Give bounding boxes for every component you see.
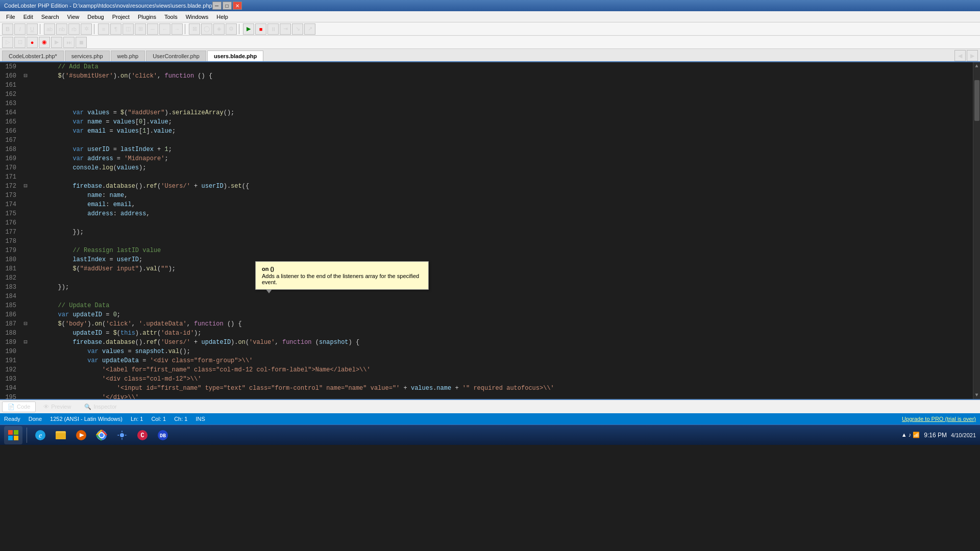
- media-button[interactable]: [72, 426, 90, 444]
- app-button[interactable]: C: [133, 426, 152, 444]
- inspector-icon: 🔍: [84, 404, 91, 410]
- table-row: 187 ⊟ $('body').on('click', '.updateData…: [4, 319, 969, 329]
- table-row: 181 $("#addUser input").val("");: [4, 264, 969, 273]
- table-row: 189 ⊟ firebase.database().ref('Users/' +…: [4, 338, 969, 347]
- upgrade-label[interactable]: Upgrade to PRO (trial is over): [902, 416, 976, 422]
- toolbar-btn-6[interactable]: ¶: [110, 23, 121, 35]
- toolbar-btn-5[interactable]: ≡: [98, 23, 109, 35]
- menu-project[interactable]: Project: [108, 13, 134, 21]
- table-row: 183 });: [4, 283, 969, 292]
- clock: 9:16 PM: [924, 432, 947, 439]
- start-button[interactable]: [4, 426, 22, 444]
- status-ln: Ln: 1: [131, 416, 143, 422]
- tab-usercontroller[interactable]: UserController.php: [146, 51, 206, 61]
- toolbar-btn-2[interactable]: nb: [56, 23, 67, 35]
- scrollbar-down[interactable]: ▼: [974, 391, 979, 399]
- explorer-button[interactable]: [52, 426, 70, 444]
- code-lines[interactable]: 159 // Add Data 160 ⊟ $('#submitUser').o…: [0, 62, 973, 399]
- toolbar-btn-11[interactable]: →: [172, 23, 183, 35]
- toolbar-btn-8[interactable]: ⊞: [135, 23, 146, 35]
- table-row: 166 var email = values[1].value;: [4, 127, 969, 136]
- run-button[interactable]: ▶: [243, 23, 254, 35]
- toolbar-btn-13[interactable]: ◯: [201, 23, 212, 35]
- table-row: 170 console.log(values);: [4, 163, 969, 172]
- table-row: 185 // Update Data: [4, 301, 969, 310]
- toolbar-btn-12[interactable]: ⊠: [189, 23, 200, 35]
- menu-debug[interactable]: Debug: [83, 13, 108, 21]
- chrome-button[interactable]: [92, 426, 111, 444]
- table-row: 182: [4, 273, 969, 283]
- italic-button[interactable]: I: [14, 23, 26, 35]
- settings-button[interactable]: [113, 426, 131, 444]
- menu-windows[interactable]: Windows: [182, 13, 213, 21]
- toolbar-btn-15[interactable]: ⚙: [226, 23, 237, 35]
- toolbar-btn-7[interactable]: ◫: [122, 23, 134, 35]
- toolbar-btn-3[interactable]: rb: [68, 23, 80, 35]
- menu-edit[interactable]: Edit: [19, 13, 37, 21]
- taskbar-separator: [27, 428, 27, 443]
- table-row: 191 var updateData = '<div class="form-g…: [4, 356, 969, 365]
- taskbar: e C: [0, 424, 980, 445]
- table-row: 160 ⊟ $('#submitUser').on('click', funct…: [4, 71, 969, 81]
- toolbar-separator-4: [239, 24, 241, 34]
- code-editor[interactable]: 159 // Add Data 160 ⊟ $('#submitUser').o…: [0, 62, 980, 399]
- ie-button[interactable]: e: [31, 426, 50, 444]
- minimize-button[interactable]: ─: [212, 2, 222, 10]
- tab-prev-button[interactable]: ◀: [954, 50, 966, 61]
- menu-help[interactable]: Help: [212, 13, 232, 21]
- status-ins: INS: [195, 416, 205, 422]
- taskbar-app-2-icon: DB: [157, 429, 169, 441]
- toolbar-btn-4[interactable]: ✲: [81, 23, 92, 35]
- status-right[interactable]: Upgrade to PRO (trial is over): [902, 416, 976, 422]
- bottom-tab-bar: 📄 Code 👁 Preview 🔍 Inspector: [0, 399, 980, 413]
- stop-button[interactable]: ■: [255, 23, 266, 35]
- menu-view[interactable]: View: [63, 13, 84, 21]
- toolbar2-btn-3[interactable]: ●: [27, 37, 38, 48]
- tab-users-blade[interactable]: users.blade.php: [207, 51, 263, 61]
- tab-preview-label: Preview: [51, 404, 71, 410]
- close-button[interactable]: ✕: [233, 2, 242, 10]
- toolbar2-btn-4[interactable]: ◉: [39, 37, 50, 48]
- status-ready: Ready: [4, 416, 20, 422]
- toolbar-btn-1[interactable]: ab: [44, 23, 55, 35]
- step-into-button[interactable]: ↘: [292, 23, 303, 35]
- window-controls[interactable]: ─ □ ✕: [212, 2, 242, 10]
- table-row: 190 var values = snapshot.val();: [4, 347, 969, 356]
- step-out-button[interactable]: ↗: [304, 23, 315, 35]
- step-button[interactable]: ⇥: [280, 23, 291, 35]
- toolbar2-btn-2[interactable]: ⊡: [14, 37, 26, 48]
- tab-codelobster[interactable]: CodeLobster1.php*: [2, 51, 64, 61]
- underline-button[interactable]: U: [27, 23, 38, 35]
- table-row: 175 address: address,: [4, 209, 969, 218]
- tab-inspector[interactable]: 🔍 Inspector: [79, 402, 122, 412]
- app-icon: C: [136, 429, 149, 441]
- status-col: Col: 1: [151, 416, 166, 422]
- bold-button[interactable]: B: [2, 23, 13, 35]
- tab-code[interactable]: 📄 Code: [2, 402, 36, 412]
- toolbar-btn-10[interactable]: ←: [159, 23, 170, 35]
- toolbar2-btn-5[interactable]: ▶: [51, 37, 62, 48]
- scrollbar-up[interactable]: ▲: [974, 62, 979, 70]
- menu-tools[interactable]: Tools: [160, 13, 182, 21]
- menu-plugins[interactable]: Plugins: [134, 13, 160, 21]
- explorer-icon: [55, 429, 67, 441]
- tab-services[interactable]: services.php: [65, 51, 110, 61]
- taskbar-app-2[interactable]: DB: [154, 426, 172, 444]
- table-row: 171: [4, 172, 969, 182]
- tab-web[interactable]: web.php: [111, 51, 145, 61]
- maximize-button[interactable]: □: [223, 2, 232, 10]
- toolbar-btn-14[interactable]: ◈: [213, 23, 225, 35]
- toolbar2-btn-7[interactable]: ⏹: [76, 37, 87, 48]
- tab-next-button[interactable]: ▶: [967, 50, 978, 61]
- toolbar-btn-9[interactable]: ─: [147, 23, 158, 35]
- menu-search[interactable]: Search: [37, 13, 63, 21]
- table-row: 178: [4, 237, 969, 246]
- vertical-scrollbar[interactable]: ▲ ▼: [973, 62, 980, 399]
- menu-file[interactable]: File: [2, 13, 19, 21]
- table-row: 164 var values = $("#addUser").serialize…: [4, 108, 969, 117]
- toolbar2-btn-1[interactable]: ▷: [2, 37, 13, 48]
- scrollbar-thumb[interactable]: [974, 80, 979, 121]
- toolbar2-btn-6[interactable]: ⏭: [63, 37, 75, 48]
- tab-preview[interactable]: 👁 Preview: [38, 402, 77, 412]
- pause-button[interactable]: ⏸: [267, 23, 279, 35]
